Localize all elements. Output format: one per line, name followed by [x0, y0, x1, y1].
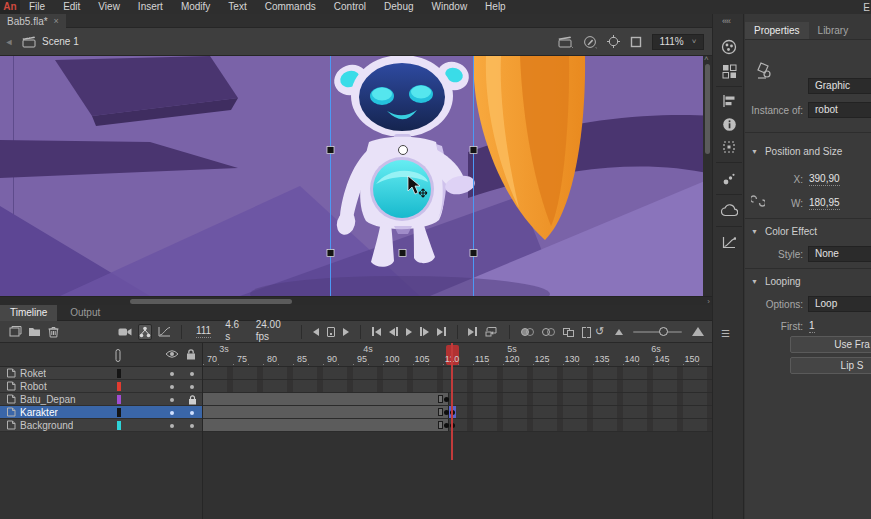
layer-row-robot[interactable]: Robot — [0, 380, 202, 393]
span-end-marker[interactable] — [438, 408, 443, 416]
lock-icon[interactable] — [186, 349, 196, 360]
w-value[interactable]: 180,95 — [809, 197, 840, 210]
edit-multiple-frames-button[interactable] — [563, 327, 574, 337]
cc-libraries-panel-icon[interactable] — [720, 201, 738, 219]
keyframe-dot[interactable] — [444, 423, 449, 428]
stage-zoom-select[interactable]: 111% ˅ — [652, 34, 704, 50]
hscroll-thumb[interactable] — [130, 299, 292, 304]
center-stage-button[interactable] — [607, 35, 620, 48]
document-tab[interactable]: Bab5.fla* × — [0, 14, 66, 28]
current-frame-field[interactable]: 111 — [196, 325, 211, 338]
layer-row-karakter[interactable]: Karakter — [0, 406, 202, 419]
menu-insert[interactable]: Insert — [129, 0, 172, 14]
stage-canvas[interactable] — [0, 56, 712, 296]
scene-name[interactable]: Scene 1 — [42, 36, 79, 47]
menu-modify[interactable]: Modify — [172, 0, 219, 14]
color-panel-icon[interactable] — [720, 38, 738, 56]
play-button[interactable] — [406, 328, 412, 336]
menu-window[interactable]: Window — [423, 0, 477, 14]
new-layer-button[interactable] — [9, 324, 22, 340]
layer-parenting-button[interactable] — [138, 324, 152, 340]
track-row-karakter[interactable] — [203, 406, 712, 419]
edit-symbols-button[interactable] — [583, 35, 597, 49]
frames-area[interactable]: 3s4s5s6s70758085909510010511011512012513… — [203, 343, 712, 519]
instance-name-field[interactable]: robot — [808, 102, 871, 118]
loop-options-dropdown[interactable]: Loop — [808, 296, 871, 312]
zoom-out-frames-icon[interactable] — [615, 329, 623, 335]
lip-syncing-button[interactable]: Lip S — [790, 357, 871, 374]
span-end-marker[interactable] — [438, 395, 443, 403]
previous-keyframe-button[interactable] — [389, 327, 398, 336]
layer-lock-dot[interactable] — [190, 372, 194, 376]
layer-row-background[interactable]: Background — [0, 419, 202, 432]
timeline-panel-menu-icon[interactable]: ☰ — [721, 328, 730, 339]
edit-scene-button[interactable] — [558, 35, 573, 48]
go-to-first-frame-button[interactable] — [372, 327, 381, 336]
menu-file[interactable]: File — [20, 0, 54, 14]
layer-visibility-dot[interactable] — [170, 372, 174, 376]
go-to-last-frame-button[interactable] — [437, 327, 446, 336]
delete-layer-button[interactable] — [47, 324, 59, 340]
collapse-panels-icon[interactable]: «« — [722, 16, 730, 26]
frame-span[interactable] — [203, 406, 449, 418]
next-keyframe-button[interactable] — [420, 327, 429, 336]
color-style-dropdown[interactable]: None — [808, 246, 871, 262]
layer-outline-color-swatch[interactable] — [117, 421, 121, 430]
track-row-roket[interactable] — [203, 367, 712, 380]
tab-output[interactable]: Output — [60, 305, 110, 321]
menu-commands[interactable]: Commands — [256, 0, 325, 14]
menu-text[interactable]: Text — [219, 0, 255, 14]
position-size-section-header[interactable]: ▼ Position and Size — [751, 146, 842, 157]
tab-properties[interactable]: Properties — [745, 22, 809, 39]
track-row-robot[interactable] — [203, 380, 712, 393]
zoom-in-frames-icon[interactable] — [692, 327, 704, 336]
step-back-button[interactable] — [313, 328, 319, 336]
info-panel-icon[interactable] — [720, 115, 738, 133]
transform-panel-icon[interactable] — [720, 138, 738, 156]
add-camera-button[interactable] — [118, 324, 132, 340]
eye-icon[interactable] — [165, 349, 179, 359]
loop-playback-button[interactable] — [485, 326, 498, 337]
onion-skin-button[interactable] — [521, 328, 534, 336]
timeline-zoom-slider[interactable] — [633, 331, 682, 333]
use-frame-picker-button[interactable]: Use Fra — [790, 336, 871, 353]
new-folder-button[interactable] — [28, 324, 41, 340]
transform-point-handle[interactable] — [399, 146, 408, 155]
layer-outline-color-swatch[interactable] — [117, 408, 121, 417]
menu-help[interactable]: Help — [476, 0, 515, 14]
layer-outline-color-swatch[interactable] — [117, 369, 121, 378]
reset-timeline-zoom-button[interactable]: ↺ — [595, 325, 604, 338]
frame-span[interactable] — [203, 419, 449, 431]
menu-debug[interactable]: Debug — [375, 0, 422, 14]
frame-span[interactable] — [203, 393, 449, 405]
back-arrow-icon[interactable]: ◄ — [0, 37, 18, 47]
playhead-line[interactable] — [451, 343, 453, 460]
menu-edit[interactable]: Edit — [54, 0, 89, 14]
zoom-slider-knob[interactable] — [659, 327, 668, 336]
track-rows[interactable] — [203, 367, 712, 432]
timeline-ruler[interactable]: 3s4s5s6s70758085909510010511011512012513… — [203, 343, 712, 367]
scroll-up-icon[interactable]: ˄ — [704, 54, 709, 63]
menu-view[interactable]: View — [89, 0, 129, 14]
track-row-batu_depan[interactable] — [203, 393, 712, 406]
graph-editor-button[interactable] — [158, 324, 171, 340]
step-forward-button[interactable] — [343, 328, 349, 336]
keyframe-dot[interactable] — [444, 410, 449, 415]
layer-visibility-dot[interactable] — [170, 411, 174, 415]
tab-timeline[interactable]: Timeline — [0, 305, 57, 321]
onion-skin-outlines-button[interactable] — [542, 328, 555, 336]
first-frame-value[interactable]: 1 — [809, 320, 815, 333]
center-frame-button[interactable] — [468, 327, 477, 336]
elapsed-time-field[interactable]: 4.6 s — [225, 319, 242, 344]
vscroll-thumb[interactable] — [705, 64, 710, 154]
layer-lock-dot[interactable] — [190, 411, 194, 415]
menu-control[interactable]: Control — [325, 0, 375, 14]
swatches-panel-icon[interactable] — [720, 62, 738, 80]
symbol-type-dropdown[interactable]: Graphic — [808, 78, 871, 94]
layer-outline-color-swatch[interactable] — [117, 395, 121, 404]
layer-visibility-dot[interactable] — [170, 424, 174, 428]
app-logo-icon[interactable]: An — [0, 0, 20, 14]
modify-markers-button[interactable] — [582, 327, 591, 336]
color-effect-section-header[interactable]: ▼ Color Effect — [751, 226, 817, 237]
close-tab-icon[interactable]: × — [54, 16, 59, 26]
